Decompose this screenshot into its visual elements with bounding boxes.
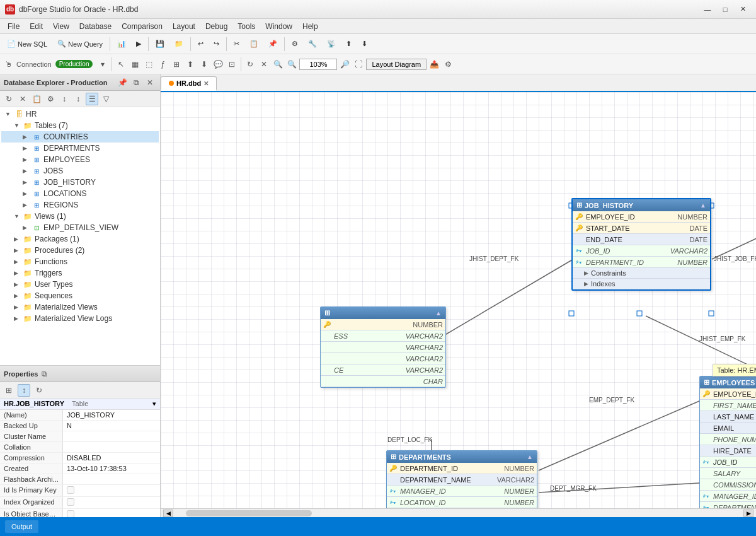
emp-row-hire-date[interactable]: HIRE_DATE DATE: [700, 445, 756, 457]
jh-row-start-date[interactable]: 🔑 START_DATE DATE: [573, 223, 710, 234]
filter2-button[interactable]: ▽: [100, 93, 112, 105]
tb2-fn-icon[interactable]: ƒ: [156, 58, 169, 71]
refresh-tree-button[interactable]: ↻: [3, 93, 15, 105]
partial-row-num[interactable]: 🔑 NUMBER: [321, 319, 445, 330]
tree-item-departments[interactable]: ▶ ⊞ DEPARTMENTS: [1, 143, 159, 154]
tree-root[interactable]: ▼ 🗄 HR: [1, 108, 159, 120]
menu-debug[interactable]: Debug: [200, 21, 232, 32]
tree-user-types-group[interactable]: ▶ 📁 User Types: [1, 279, 159, 290]
tree-packages-group[interactable]: ▶ 📁 Packages (1): [1, 233, 159, 245]
diagram-canvas[interactable]: JHIST_DEPT_FK JHIST_JOB_FK JHIST_EMP_FK …: [161, 92, 756, 508]
jh-indexes-section[interactable]: ▶ Indexes: [573, 279, 710, 289]
tree-item-job-history[interactable]: ▶ ⊞ JOB_HISTORY: [1, 177, 159, 188]
tb2-export-icon[interactable]: 📤: [428, 58, 440, 71]
tab-close-button[interactable]: ✕: [203, 80, 209, 87]
pin-button[interactable]: 📌: [116, 76, 129, 89]
departments-collapse[interactable]: ▲: [527, 453, 533, 460]
jh-constraints-section[interactable]: ▶ Constraints: [573, 268, 710, 279]
departments-table[interactable]: ⊞ DEPARTMENTS ▲ 🔑 DEPARTMENT_ID NUMBER D…: [386, 450, 537, 508]
tb-btn-2[interactable]: ▶: [132, 36, 146, 52]
filter-button[interactable]: ⚙: [44, 93, 57, 105]
partial-collapse[interactable]: ▲: [435, 310, 442, 317]
dept-row-location[interactable]: 🗝 LOCATION_ID NUMBER: [387, 497, 537, 508]
bookmark-button[interactable]: ☰: [86, 93, 98, 105]
sort-desc-button[interactable]: ↕: [72, 93, 84, 105]
zoom-input[interactable]: [299, 59, 337, 70]
props-grid-btn[interactable]: ⊞: [3, 384, 15, 397]
emp-row-job-id[interactable]: 🗝 JOB_ID VARCHAR2: [700, 457, 756, 468]
employees-header[interactable]: ⊞ EMPLOYEES ▲: [700, 376, 756, 388]
tb2-zoom-out-icon[interactable]: 🔍: [285, 58, 298, 71]
tree-item-emp-details-view[interactable]: ▶ ⊡ EMP_DETAILS_VIEW: [1, 222, 159, 233]
scroll-thumb[interactable]: [186, 510, 312, 516]
menu-help[interactable]: Help: [297, 21, 323, 32]
tb-cut[interactable]: ✂: [229, 36, 244, 52]
tb2-grid-icon[interactable]: ▦: [129, 58, 141, 71]
conn-dropdown-btn[interactable]: ▾: [96, 58, 109, 71]
employees-table[interactable]: ⊞ EMPLOYEES ▲ Table: HR.EMPLOYEES 🔑 EMPL…: [699, 376, 756, 508]
tree-item-countries[interactable]: ▶ ⊞ COUNTRIES: [1, 131, 159, 143]
tb2-misc-icon[interactable]: ⊡: [226, 58, 238, 71]
tb2-zoom-in-icon[interactable]: 🔎: [338, 58, 351, 71]
tb-copy[interactable]: 📋: [245, 36, 263, 52]
tb2-select-icon[interactable]: ⬚: [142, 58, 155, 71]
sort-button[interactable]: ↕: [58, 93, 71, 105]
layout-diagram-button[interactable]: Layout Diagram: [366, 59, 427, 70]
tb-btn-3[interactable]: 💾: [151, 36, 169, 52]
new-sql-button[interactable]: 📄 New SQL: [3, 36, 52, 52]
jh-row-emp-id[interactable]: 🔑 EMPLOYEE_ID NUMBER: [573, 211, 710, 223]
tb2-chat-icon[interactable]: 💬: [212, 58, 224, 71]
tree-item-locations[interactable]: ▶ ⊞ LOCATIONS: [1, 188, 159, 199]
departments-header[interactable]: ⊞ DEPARTMENTS ▲: [387, 451, 537, 463]
tb2-icon1[interactable]: 🖱: [3, 58, 15, 71]
job-history-header[interactable]: ⊞ JOB_HISTORY ▲: [573, 199, 710, 211]
tree-item-employees[interactable]: ▶ ⊞ EMPLOYEES: [1, 154, 159, 165]
new-query-button[interactable]: 🔍 New Query: [53, 36, 107, 52]
tb2-zoom-fit-icon[interactable]: ⛶: [352, 58, 365, 71]
output-button[interactable]: Output: [5, 520, 38, 533]
tb-btn-4[interactable]: 📁: [170, 36, 188, 52]
emp-row-salary[interactable]: SALARY NUMBER: [700, 468, 756, 479]
tb2-refresh-icon[interactable]: ↻: [244, 58, 256, 71]
menu-edit[interactable]: Edit: [25, 21, 48, 32]
emp-row-first-name[interactable]: FIRST_NAME VARCHAR2: [700, 400, 756, 411]
partial-table[interactable]: ⊞ ▲ 🔑 NUMBER ESS VARCHAR2: [320, 306, 446, 388]
tb-misc2[interactable]: 🔧: [304, 36, 321, 52]
close-button[interactable]: ✕: [735, 4, 751, 15]
tree-sequences-group[interactable]: ▶ 📁 Sequences: [1, 290, 159, 301]
tb2-down-icon[interactable]: ⬇: [198, 58, 210, 71]
job-history-table[interactable]: ⊞ JOB_HISTORY ▲ 🔑 EMPLOYEE_ID NUMBER 🔑 S…: [571, 198, 711, 291]
tb2-table-icon[interactable]: ⊞: [170, 58, 183, 71]
tb-misc5[interactable]: ⬇: [357, 36, 372, 52]
menu-database[interactable]: Database: [74, 21, 117, 32]
tree-tables-group[interactable]: ▼ 📁 Tables (7): [1, 120, 159, 131]
partial-row-ce[interactable]: CE VARCHAR2: [321, 364, 445, 376]
hr-dbd-tab[interactable]: HR.dbd ✕: [161, 76, 217, 91]
partial-row-ess[interactable]: ESS VARCHAR2: [321, 330, 445, 342]
dept-row-manager[interactable]: 🗝 MANAGER_ID NUMBER: [387, 486, 537, 497]
tb-misc4[interactable]: ⬆: [341, 36, 356, 52]
tb-redo[interactable]: ↪: [209, 36, 224, 52]
dept-row-name[interactable]: DEPARTMENT_NAME VARCHAR2: [387, 474, 537, 486]
jh-row-end-date[interactable]: END_DATE DATE: [573, 234, 710, 245]
emp-row-manager[interactable]: 🗝 MANAGER_ID NUMBER: [700, 491, 756, 502]
tree-item-jobs[interactable]: ▶ ⊞ JOBS: [1, 165, 159, 177]
props-float-button[interactable]: ⧉: [38, 368, 50, 380]
jh-row-dept-id[interactable]: 🗝 DEPARTMENT_ID NUMBER: [573, 257, 710, 268]
tb-misc1[interactable]: ⚙: [287, 36, 302, 52]
close-panel-button[interactable]: ✕: [144, 76, 156, 89]
scroll-left-btn[interactable]: ◀: [163, 510, 173, 517]
tb2-stop-icon[interactable]: ✕: [258, 58, 270, 71]
tb-btn-1[interactable]: 📊: [113, 36, 130, 52]
menu-window[interactable]: Window: [260, 21, 297, 32]
props-sort-btn[interactable]: ↕: [18, 384, 30, 397]
float-button[interactable]: ⧉: [130, 76, 142, 89]
tb2-cursor-icon[interactable]: ↖: [115, 58, 127, 71]
menu-layout[interactable]: Layout: [168, 21, 200, 32]
copy-tree-button[interactable]: 📋: [30, 93, 43, 105]
job-history-collapse[interactable]: ▲: [700, 202, 706, 209]
maximize-button[interactable]: □: [717, 4, 733, 15]
emp-row-dept-id[interactable]: 🗝 DEPARTMENT_ID NUMBER: [700, 502, 756, 508]
emp-row-commission[interactable]: COMMISSION_PCT NUMBER: [700, 479, 756, 491]
menu-comparison[interactable]: Comparison: [117, 21, 168, 32]
